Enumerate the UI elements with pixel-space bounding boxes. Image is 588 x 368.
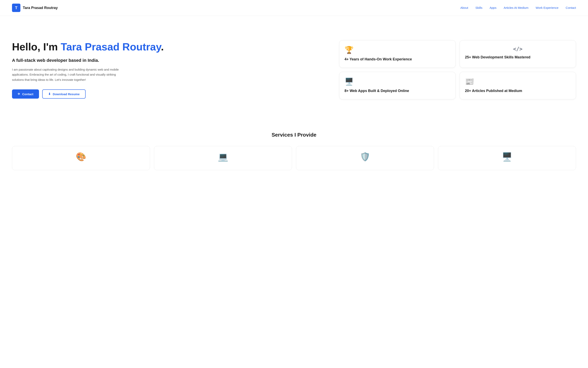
navbar: T Tara Prasad Routray About Skills Apps … xyxy=(0,0,588,16)
stat-text-skills: 25+ Web Development Skills Mastered xyxy=(465,55,571,60)
stat-text-experience: 4+ Years of Hands-On Work Experience xyxy=(345,57,450,62)
hero-section: Hello, I'm Tara Prasad Routray. A full-s… xyxy=(0,16,588,120)
download-resume-button[interactable]: ⬇ Download Resume xyxy=(42,89,86,99)
service-card-design: 🎨 xyxy=(12,146,150,170)
hero-greeting: Hello, I'm xyxy=(12,41,61,53)
nav-link-apps[interactable]: Apps xyxy=(490,6,496,9)
nav-logo: T xyxy=(12,4,20,12)
contact-button[interactable]: ✈ Contact xyxy=(12,89,39,99)
nav-brand-name: Tara Prasad Routray xyxy=(23,6,58,10)
services-section: Services I Provide 🎨 💻 🛡️ 🖥️ xyxy=(0,120,588,170)
trophy-icon: 🏆 xyxy=(345,46,450,54)
nav-link-about[interactable]: About xyxy=(460,6,468,9)
stat-card-apps: 🖥️ 8+ Web Apps Built & Deployed Online xyxy=(339,72,456,99)
nav-links: About Skills Apps Articles At Medium Wor… xyxy=(460,6,576,9)
hero-buttons: ✈ Contact ⬇ Download Resume xyxy=(12,89,322,99)
deploy-icon: 🖥️ xyxy=(444,152,570,162)
download-icon: ⬇ xyxy=(48,92,51,96)
services-grid: 🎨 💻 🛡️ 🖥️ xyxy=(12,146,576,170)
hero-heading: Hello, I'm Tara Prasad Routray. xyxy=(12,41,322,53)
nav-link-experience[interactable]: Work Experience xyxy=(536,6,558,9)
nav-link-articles[interactable]: Articles At Medium xyxy=(504,6,528,9)
services-title: Services I Provide xyxy=(12,132,576,138)
stat-text-apps: 8+ Web Apps Built & Deployed Online xyxy=(345,88,450,93)
stats-grid: 🏆 4+ Years of Hands-On Work Experience <… xyxy=(339,40,576,100)
hero-name-highlight: Tara Prasad Routray xyxy=(61,41,161,53)
service-card-dev: 💻 xyxy=(154,146,292,170)
stat-card-skills: </> 25+ Web Development Skills Mastered xyxy=(459,40,576,68)
nav-link-skills[interactable]: Skills xyxy=(475,6,482,9)
stat-text-articles: 20+ Articles Published at Medium xyxy=(465,88,571,93)
nav-brand[interactable]: T Tara Prasad Routray xyxy=(12,4,58,12)
web-apps-icon: 🖥️ xyxy=(345,78,450,85)
send-icon: ✈ xyxy=(18,92,20,96)
service-card-security: 🛡️ xyxy=(296,146,434,170)
hero-description: I am passionate about captivating design… xyxy=(12,67,128,83)
hero-subtitle: A full-stack web developer based in Indi… xyxy=(12,58,322,63)
hero-period: . xyxy=(161,41,164,53)
hero-left: Hello, I'm Tara Prasad Routray. A full-s… xyxy=(12,41,322,99)
stat-card-articles: 📰 20+ Articles Published at Medium xyxy=(459,72,576,99)
code-icon: </> xyxy=(465,46,571,52)
dev-icon: 💻 xyxy=(160,152,286,162)
service-card-deploy: 🖥️ xyxy=(438,146,576,170)
nav-link-contact[interactable]: Contact xyxy=(566,6,576,9)
articles-icon: 📰 xyxy=(465,78,571,85)
security-icon: 🛡️ xyxy=(302,152,428,162)
stat-card-experience: 🏆 4+ Years of Hands-On Work Experience xyxy=(339,40,456,68)
design-icon: 🎨 xyxy=(18,152,144,162)
